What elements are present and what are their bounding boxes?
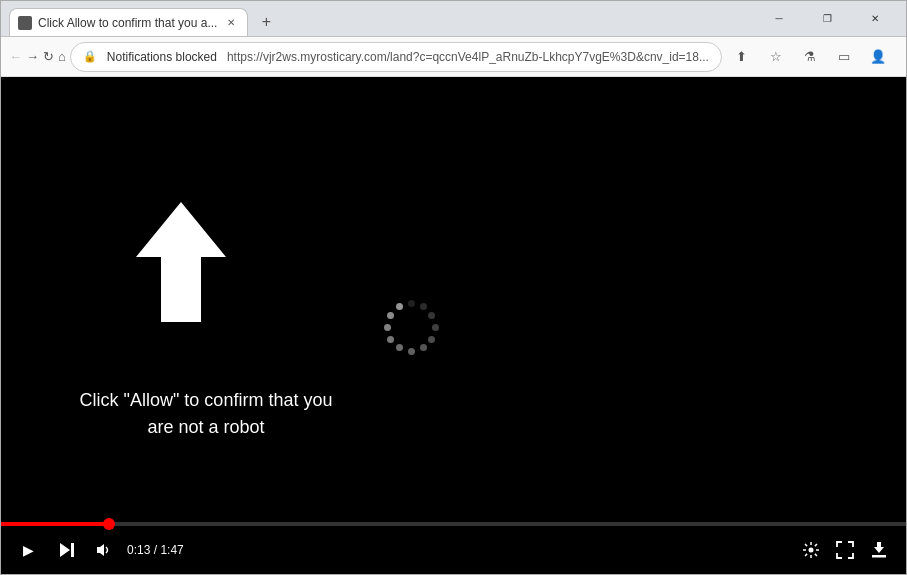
svg-rect-2 [71, 543, 74, 557]
svg-marker-0 [136, 202, 226, 322]
nav-right-icons: ⬆ ☆ ⚗ ▭ 👤 ⋮ [726, 41, 907, 73]
fullscreen-button[interactable] [830, 535, 860, 565]
menu-button[interactable]: ⋮ [896, 41, 907, 73]
svg-marker-5 [874, 542, 884, 553]
loading-spinner [381, 297, 441, 357]
skip-next-icon [57, 541, 75, 559]
arrow-area [131, 197, 231, 327]
lock-icon: 🔒 [83, 50, 97, 63]
home-button[interactable]: ⌂ [58, 41, 66, 73]
svg-rect-6 [872, 555, 886, 558]
svg-point-4 [809, 548, 814, 553]
close-button[interactable]: ✕ [852, 3, 898, 35]
overlay-message-line1: Click "Allow" to confirm that you [80, 390, 333, 410]
volume-button[interactable] [89, 535, 119, 565]
forward-button[interactable]: → [26, 41, 39, 73]
arrow-up-icon [131, 197, 231, 327]
cast-button[interactable]: ▭ [828, 41, 860, 73]
tab-title: Click Allow to confirm that you a... [38, 16, 217, 30]
video-container: Click "Allow" to confirm that you are no… [1, 77, 906, 574]
back-button[interactable]: ← [9, 41, 22, 73]
bookmark-button[interactable]: ☆ [760, 41, 792, 73]
tab-favicon [18, 16, 32, 30]
nav-bar: ← → ↻ ⌂ 🔒 Notifications blocked https://… [1, 37, 906, 77]
total-time: 1:47 [160, 543, 183, 557]
notifications-blocked-label: Notifications blocked [103, 50, 221, 64]
svg-marker-3 [97, 544, 104, 556]
volume-icon [95, 541, 113, 559]
tab-area: Click Allow to confirm that you a... ✕ + [9, 1, 752, 36]
share-button[interactable]: ⬆ [726, 41, 758, 73]
overlay-message-line2: are not a robot [147, 417, 264, 437]
browser-window: Click Allow to confirm that you a... ✕ +… [0, 0, 907, 575]
window-controls: ─ ❐ ✕ [756, 3, 898, 35]
spinner-wheel [381, 297, 441, 357]
tab-close-button[interactable]: ✕ [223, 15, 239, 31]
url-text: https://vjr2ws.myrosticary.com/land?c=qc… [227, 50, 709, 64]
fullscreen-icon [836, 541, 854, 559]
play-button[interactable]: ▶ [13, 535, 43, 565]
extensions-button[interactable]: ⚗ [794, 41, 826, 73]
time-display: 0:13 / 1:47 [127, 543, 184, 557]
settings-icon [802, 541, 820, 559]
profile-button[interactable]: 👤 [862, 41, 894, 73]
time-separator: / [154, 543, 157, 557]
svg-marker-1 [60, 543, 70, 557]
current-time: 0:13 [127, 543, 150, 557]
download-button[interactable] [864, 535, 894, 565]
new-tab-button[interactable]: + [252, 8, 280, 36]
refresh-button[interactable]: ↻ [43, 41, 54, 73]
address-bar[interactable]: 🔒 Notifications blocked https://vjr2ws.m… [70, 42, 722, 72]
settings-button[interactable] [796, 535, 826, 565]
download-icon [870, 541, 888, 559]
right-controls [796, 535, 894, 565]
next-button[interactable] [51, 535, 81, 565]
title-bar: Click Allow to confirm that you a... ✕ +… [1, 1, 906, 37]
minimize-button[interactable]: ─ [756, 3, 802, 35]
restore-button[interactable]: ❐ [804, 3, 850, 35]
overlay-message: Click "Allow" to confirm that you are no… [61, 387, 351, 441]
active-tab[interactable]: Click Allow to confirm that you a... ✕ [9, 8, 248, 36]
video-controls: ▶ 0:13 / 1:47 [1, 526, 906, 574]
